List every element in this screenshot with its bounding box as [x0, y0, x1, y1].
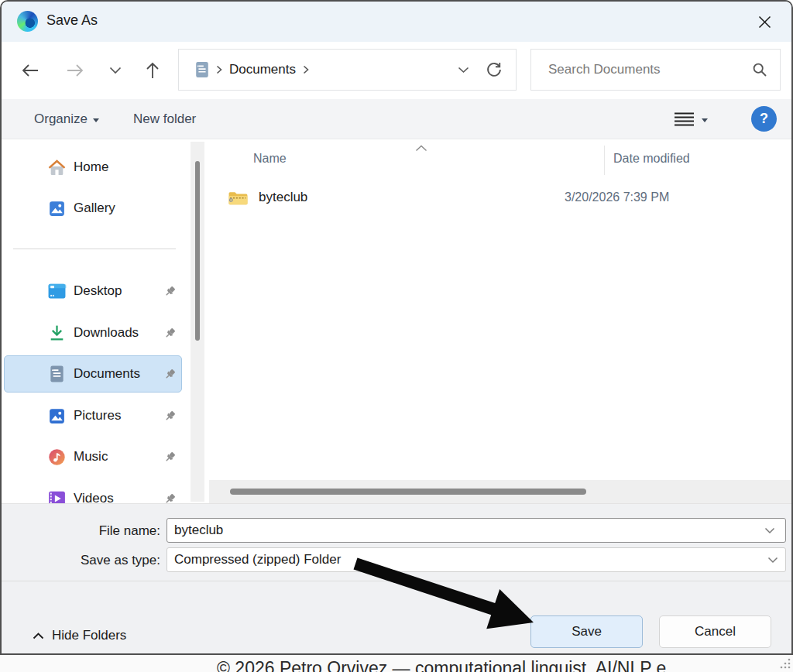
- zipped-folder-icon: [228, 189, 249, 207]
- sidebar-item-label: Documents: [74, 366, 163, 382]
- sidebar-item-desktop[interactable]: Desktop: [4, 273, 182, 310]
- file-name-input[interactable]: [166, 518, 786, 543]
- horizontal-scrollbar-thumb[interactable]: [230, 489, 586, 495]
- file-name-label: File name:: [17, 523, 160, 539]
- resize-grip-icon[interactable]: [778, 657, 791, 672]
- sidebar-item-label: Music: [74, 449, 163, 465]
- forward-button[interactable]: [60, 55, 91, 86]
- edge-logo-icon: [17, 11, 38, 32]
- sidebar-divider: [13, 249, 176, 249]
- save-as-type-label: Save as type:: [17, 553, 160, 568]
- hide-folders-button[interactable]: Hide Folders: [28, 622, 131, 650]
- list-view-icon: [674, 111, 695, 127]
- background-webpage-strip: © 2026 Petro Orvivez — computational lin…: [0, 655, 793, 672]
- sidebar-scrollbar[interactable]: [191, 142, 204, 502]
- sidebar-item-gallery[interactable]: Gallery: [4, 190, 182, 227]
- close-icon: [758, 15, 771, 29]
- dropdown-triangle-icon: [702, 118, 708, 122]
- chevron-down-icon: [764, 527, 775, 534]
- back-arrow-icon: [21, 63, 39, 77]
- screenshot-root: Save As: [0, 0, 793, 672]
- pin-icon: [163, 492, 177, 504]
- sidebar-item-music[interactable]: Music: [4, 438, 182, 475]
- search-input[interactable]: [547, 61, 752, 78]
- address-bar[interactable]: Documents: [178, 49, 517, 91]
- videos-icon: [46, 490, 67, 503]
- search-box: [530, 49, 781, 91]
- sidebar-item-home[interactable]: Home: [4, 149, 182, 186]
- column-header-name[interactable]: Name: [253, 152, 287, 166]
- file-list-horizontal-scrollbar[interactable]: [209, 480, 791, 503]
- dropdown-triangle-icon: [93, 118, 99, 122]
- organize-button[interactable]: Organize: [29, 105, 104, 133]
- save-form-panel: File name: Save as type: Compressed (zip…: [2, 503, 791, 655]
- sidebar-item-label: Pictures: [74, 408, 163, 423]
- refresh-button[interactable]: [477, 54, 511, 85]
- footer-divider: [2, 581, 791, 581]
- breadcrumb-documents[interactable]: Documents: [229, 62, 296, 77]
- chevron-down-icon: [109, 67, 122, 74]
- background-page-text: © 2026 Petro Orvivez — computational lin…: [217, 658, 666, 672]
- command-toolbar: Organize New folder ?: [2, 99, 791, 139]
- breadcrumb-chevron-icon: [303, 65, 309, 74]
- sidebar-item-label: Gallery: [74, 201, 181, 216]
- up-button[interactable]: [137, 55, 168, 86]
- save-button[interactable]: Save: [530, 615, 643, 648]
- music-icon: [46, 447, 67, 467]
- pin-icon: [163, 368, 177, 381]
- chevron-down-icon: [458, 67, 469, 74]
- cancel-button[interactable]: Cancel: [659, 615, 771, 648]
- chevron-up-icon: [33, 633, 44, 639]
- hide-folders-label: Hide Folders: [52, 628, 126, 643]
- save-as-type-select[interactable]: Compressed (zipped) Folder: [166, 547, 786, 572]
- forward-arrow-icon: [66, 63, 84, 77]
- documents-location-icon: [194, 60, 211, 80]
- sidebar-item-label: Home: [74, 159, 181, 175]
- breadcrumb-chevron-icon: [216, 65, 222, 74]
- organize-label: Organize: [34, 111, 88, 127]
- file-row-byteclub[interactable]: byteclub 3/20/2026 7:39 PM: [215, 182, 785, 213]
- change-view-button[interactable]: [669, 105, 712, 133]
- sidebar-item-documents[interactable]: Documents: [4, 355, 182, 393]
- pin-icon: [163, 410, 177, 423]
- vertical-scrollbar-thumb[interactable]: [195, 161, 200, 341]
- up-arrow-icon: [146, 61, 160, 80]
- desktop-icon: [46, 283, 67, 300]
- file-name-dropdown-button[interactable]: [764, 518, 775, 543]
- sidebar-item-pictures[interactable]: Pictures: [4, 397, 182, 434]
- column-divider[interactable]: [604, 146, 605, 175]
- sidebar-item-label: Downloads: [74, 325, 163, 341]
- column-header-date-modified[interactable]: Date modified: [613, 152, 690, 166]
- new-folder-label: New folder: [133, 111, 196, 127]
- documents-icon: [46, 364, 67, 384]
- home-icon: [46, 158, 67, 177]
- file-name: byteclub: [259, 190, 565, 205]
- downloads-icon: [46, 324, 67, 343]
- main-area: Home Gallery: [2, 140, 791, 503]
- refresh-icon: [486, 61, 503, 78]
- sort-ascending-icon: [415, 141, 427, 155]
- address-dropdown-button[interactable]: [449, 56, 477, 84]
- sidebar-item-label: Desktop: [74, 283, 163, 299]
- dialog-title: Save As: [46, 12, 98, 29]
- navigation-bar: Documents: [2, 42, 791, 99]
- pin-icon: [163, 285, 177, 298]
- recent-locations-button[interactable]: [100, 55, 131, 86]
- help-icon: ?: [760, 111, 768, 127]
- back-button[interactable]: [15, 55, 46, 86]
- chevron-down-icon: [767, 548, 778, 571]
- search-icon: [752, 62, 767, 77]
- sidebar-item-label: Videos: [74, 491, 163, 503]
- new-folder-button[interactable]: New folder: [129, 105, 201, 133]
- file-list-pane: Name Date modified byteclub: [209, 140, 791, 503]
- column-header-row: Name Date modified: [209, 144, 791, 177]
- titlebar: Save As: [2, 2, 791, 42]
- sidebar-item-downloads[interactable]: Downloads: [4, 314, 182, 351]
- save-as-dialog: Save As: [0, 0, 793, 655]
- sidebar-item-videos[interactable]: Videos: [4, 480, 182, 503]
- close-button[interactable]: [751, 9, 778, 34]
- file-date-modified: 3/20/2026 7:39 PM: [565, 190, 669, 204]
- help-button[interactable]: ?: [751, 106, 777, 132]
- save-as-type-value: Compressed (zipped) Folder: [174, 552, 341, 567]
- pin-icon: [163, 327, 177, 340]
